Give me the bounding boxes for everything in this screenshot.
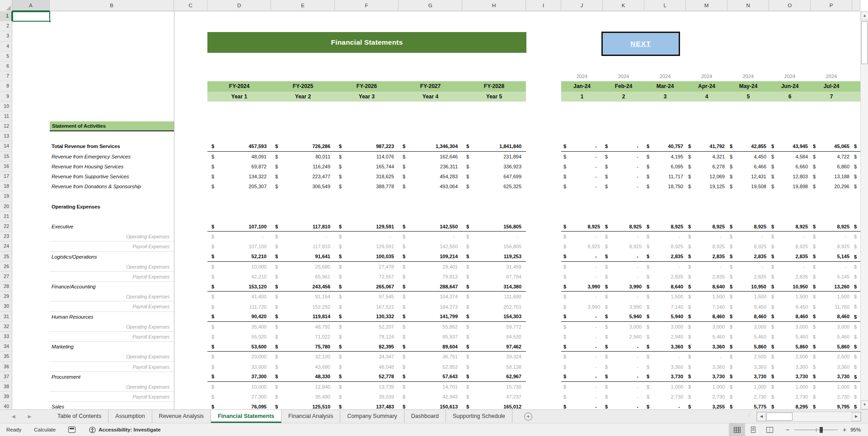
- fy-value-cell[interactable]: $76,095: [207, 402, 271, 409]
- month-value-cell[interactable]: $2,500: [811, 352, 852, 362]
- row-number[interactable]: 10: [0, 102, 12, 111]
- row-number[interactable]: 19: [0, 191, 12, 201]
- zoom-slider-handle[interactable]: [820, 427, 823, 433]
- month-value-cell[interactable]: $2,835: [644, 252, 686, 262]
- calculate-status[interactable]: Calculate: [28, 423, 62, 436]
- fy-value-cell[interactable]: $35,400: [207, 322, 271, 332]
- fy-value-cell[interactable]: $625,325: [462, 181, 526, 191]
- fy-value-cell[interactable]: $1,841,840: [462, 141, 526, 151]
- month-header-cell[interactable]: Jun-24: [769, 81, 811, 91]
- fy-value-cell[interactable]: $1,346,304: [399, 141, 462, 151]
- fy-value-cell[interactable]: $52,778: [335, 372, 399, 382]
- fy-value-cell[interactable]: $116,249: [271, 162, 335, 172]
- month-value-cell[interactable]: $2,835: [727, 272, 769, 282]
- year-label-cell[interactable]: Year 4: [399, 92, 462, 102]
- column-header-P[interactable]: P: [811, 0, 852, 11]
- month-value-cell[interactable]: $8,925: [644, 241, 686, 251]
- month-value-cell[interactable]: $-: [603, 402, 644, 409]
- fy-value-cell[interactable]: $20,000: [207, 352, 271, 362]
- fy-value-cell[interactable]: $141,799: [399, 312, 462, 322]
- month-value-cell[interactable]: $-: [644, 352, 686, 362]
- fy-value-cell[interactable]: $94,530: [462, 332, 526, 342]
- fy-value-cell[interactable]: $265,067: [335, 282, 399, 292]
- fy-value-cell[interactable]: $41,400: [207, 292, 271, 301]
- month-value-cell[interactable]: $3,990: [603, 282, 644, 292]
- row-number[interactable]: 15: [0, 152, 12, 162]
- fy-value-cell[interactable]: $119,253: [462, 252, 526, 262]
- row-number[interactable]: 28: [0, 282, 12, 292]
- row-label-cell[interactable]: Payroll Expenses: [50, 272, 174, 282]
- row-label-cell[interactable]: Sales: [50, 402, 174, 409]
- month-value-cell[interactable]: $-: [811, 232, 852, 241]
- fy-value-cell[interactable]: $42,943: [399, 392, 462, 402]
- row-label-cell[interactable]: Payroll Expenses: [50, 241, 174, 251]
- month-value-cell[interactable]: $3,000: [811, 322, 852, 332]
- month-value-cell[interactable]: $8,460: [811, 312, 852, 322]
- tab-nav-right-icon[interactable]: ▶: [28, 414, 32, 419]
- section-header-cell[interactable]: Statement of Activities: [50, 121, 174, 131]
- column-header-N[interactable]: N: [727, 0, 769, 11]
- fy-value-cell[interactable]: $48,330: [271, 372, 335, 382]
- month-header-cell[interactable]: Apr-24: [686, 81, 727, 91]
- row-label-cell[interactable]: Operating Expenses: [50, 232, 174, 241]
- month-value-cell[interactable]: $3,000: [686, 322, 727, 332]
- month-year-label[interactable]: 2024: [644, 71, 686, 81]
- month-value-cell[interactable]: $3,730: [644, 372, 686, 382]
- column-header-H[interactable]: H: [462, 0, 526, 11]
- row-number[interactable]: 21: [0, 212, 12, 222]
- month-value-cell[interactable]: $8,460: [686, 312, 727, 322]
- month-value-cell[interactable]: $13,260: [811, 282, 852, 292]
- row-number[interactable]: 31: [0, 312, 12, 322]
- month-value-cell[interactable]: $3,000: [769, 322, 811, 332]
- scroll-up-icon[interactable]: ▲: [861, 11, 868, 20]
- row-number[interactable]: 40: [0, 402, 12, 409]
- sheet-tab-financial-statements[interactable]: Financial Statements: [211, 410, 282, 423]
- fy-value-cell[interactable]: $107,100: [207, 222, 271, 232]
- fy-value-cell[interactable]: $12,840: [271, 382, 335, 392]
- sheet-tab-assumption[interactable]: Assumption: [108, 410, 152, 423]
- month-value-cell[interactable]: $3,990: [603, 301, 644, 311]
- fy-value-cell[interactable]: $36,751: [399, 352, 462, 362]
- month-value-cell[interactable]: $8,925: [686, 222, 727, 232]
- row-number[interactable]: 12: [0, 121, 12, 131]
- fy-value-cell[interactable]: $114,076: [335, 152, 399, 162]
- sheet-grid[interactable]: 123456720242024202420242024202420248FY-2…: [0, 11, 860, 409]
- fy-value-cell[interactable]: $47,237: [462, 392, 526, 402]
- month-value-cell[interactable]: $2,835: [769, 272, 811, 282]
- month-value-cell[interactable]: $3,000: [727, 322, 769, 332]
- fy-value-cell[interactable]: $55,020: [207, 332, 271, 342]
- fy-value-cell[interactable]: $154,303: [462, 312, 526, 322]
- month-value-cell[interactable]: $19,508: [727, 181, 769, 191]
- sheet-tab-financial-analysis[interactable]: Financial Analysis: [282, 410, 340, 423]
- fy-value-cell[interactable]: $142,550: [399, 241, 462, 251]
- fy-value-cell[interactable]: $129,591: [335, 222, 399, 232]
- month-value-cell[interactable]: $3,360: [644, 342, 686, 352]
- month-value-cell[interactable]: $8,925: [686, 241, 727, 251]
- fy-value-cell[interactable]: $142,550: [399, 222, 462, 232]
- row-number[interactable]: 5: [0, 51, 12, 61]
- month-value-cell[interactable]: $2,835: [644, 272, 686, 282]
- month-value-cell[interactable]: $12,431: [727, 172, 769, 181]
- fy-value-cell[interactable]: $59,772: [462, 322, 526, 332]
- month-value-cell[interactable]: $8,925: [603, 222, 644, 232]
- fy-value-cell[interactable]: $318,625: [335, 172, 399, 181]
- month-value-cell[interactable]: $41,792: [686, 141, 727, 151]
- month-value-cell[interactable]: $-: [603, 232, 644, 241]
- fy-value-cell[interactable]: $205,307: [207, 181, 271, 191]
- month-value-cell[interactable]: $20,296: [811, 181, 852, 191]
- month-year-label[interactable]: 2024: [811, 71, 852, 81]
- month-header-cell[interactable]: May-24: [727, 81, 769, 91]
- row-number[interactable]: 16: [0, 162, 12, 172]
- fy-value-cell[interactable]: $165,744: [335, 162, 399, 172]
- month-value-cell[interactable]: $5,460: [727, 332, 769, 342]
- month-value-cell[interactable]: $5,145: [811, 252, 852, 262]
- column-header-F[interactable]: F: [335, 0, 399, 11]
- month-value-cell[interactable]: $4,195: [644, 152, 686, 162]
- month-value-cell[interactable]: $3,990: [561, 301, 603, 311]
- fy-value-cell[interactable]: $10,000: [207, 382, 271, 392]
- fy-value-cell[interactable]: $306,549: [271, 181, 335, 191]
- fy-value-cell[interactable]: $91,641: [271, 252, 335, 262]
- fy-value-cell[interactable]: $97,545: [335, 292, 399, 301]
- month-value-cell[interactable]: $-: [561, 332, 603, 342]
- month-value-cell[interactable]: $2,835: [769, 252, 811, 262]
